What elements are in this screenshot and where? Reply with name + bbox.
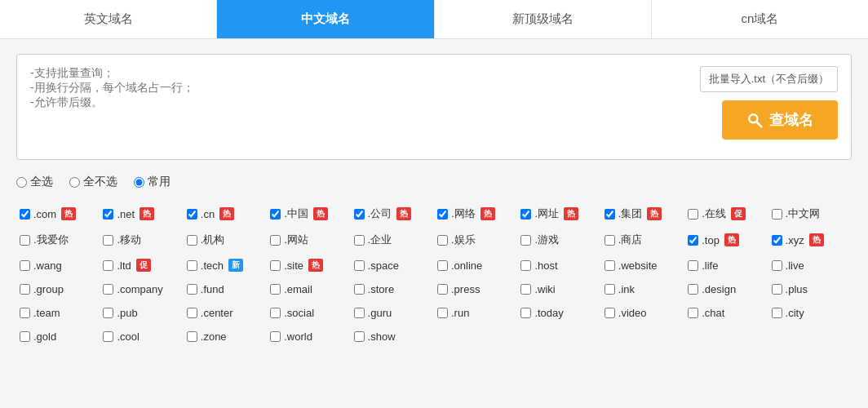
select-common-radio[interactable] (134, 177, 144, 188)
domain-checkbox[interactable] (604, 308, 615, 318)
domain-checkbox[interactable] (20, 209, 30, 220)
domain-checkbox[interactable] (688, 260, 698, 271)
domain-checkbox[interactable] (20, 235, 30, 246)
search-domain-button[interactable]: 查域名 (722, 100, 838, 140)
tab-english-domain[interactable]: 英文域名 (0, 0, 217, 38)
domain-checkbox[interactable] (354, 235, 365, 246)
tab-chinese-domain[interactable]: 中文域名 (217, 0, 434, 38)
domain-checkbox[interactable] (270, 235, 281, 246)
tab-new-tld[interactable]: 新顶级域名 (435, 0, 652, 38)
domain-checkbox[interactable] (772, 235, 782, 246)
domain-badge: 热 (140, 207, 154, 220)
domain-name-label: .video (618, 307, 647, 319)
domain-checkbox[interactable] (270, 331, 281, 342)
domain-checkbox[interactable] (103, 209, 113, 220)
domain-checkbox[interactable] (772, 260, 782, 271)
domain-checkbox[interactable] (187, 235, 197, 246)
domain-checkbox[interactable] (437, 209, 448, 220)
domain-checkbox[interactable] (520, 308, 531, 318)
domain-checkbox[interactable] (354, 331, 365, 342)
domain-checkbox[interactable] (688, 308, 698, 318)
domain-checkbox[interactable] (187, 209, 197, 220)
domain-checkbox[interactable] (604, 284, 615, 295)
domain-name-label: .移动 (117, 233, 141, 247)
domain-checkbox[interactable] (103, 235, 113, 246)
domain-name-label: .gold (33, 330, 56, 343)
domain-checkbox[interactable] (354, 284, 365, 295)
domain-name-label: .run (451, 307, 469, 319)
domain-item: .company (100, 277, 183, 301)
domain-checkbox[interactable] (437, 235, 448, 246)
select-none-text: 全不选 (83, 175, 117, 189)
domain-checkbox[interactable] (20, 284, 30, 295)
domain-checkbox[interactable] (103, 260, 113, 271)
domain-checkbox[interactable] (604, 235, 615, 246)
domain-name-label: .机构 (201, 233, 225, 247)
domain-badge: 热 (480, 207, 495, 220)
domain-name-label: .在线 (702, 206, 726, 221)
domain-checkbox[interactable] (520, 260, 531, 271)
domain-name-label: .guru (368, 307, 392, 319)
domain-item: .网址热 (517, 201, 600, 227)
domain-search-input[interactable] (30, 66, 687, 148)
domain-checkbox[interactable] (688, 235, 698, 246)
select-common-label[interactable]: 常用 (134, 175, 170, 189)
domain-checkbox[interactable] (270, 308, 281, 318)
select-none-radio[interactable] (69, 177, 80, 188)
domain-checkbox[interactable] (187, 331, 197, 342)
domain-name-label: .live (786, 259, 804, 272)
domain-checkbox[interactable] (520, 209, 531, 220)
tab-cn-domain[interactable]: cn域名 (652, 0, 868, 38)
domain-checkbox[interactable] (520, 235, 531, 246)
select-all-label[interactable]: 全选 (16, 175, 53, 189)
domain-checkbox[interactable] (437, 284, 448, 295)
domain-checkbox[interactable] (270, 209, 281, 220)
domain-checkbox[interactable] (354, 308, 365, 318)
domain-checkbox[interactable] (604, 209, 615, 220)
domain-checkbox[interactable] (103, 331, 113, 342)
domain-checkbox[interactable] (270, 260, 281, 271)
domain-badge: 热 (219, 207, 234, 220)
domain-name-label: .today (534, 307, 563, 319)
domain-name-label: .company (117, 283, 162, 295)
domain-checkbox[interactable] (772, 284, 782, 295)
import-txt-button[interactable]: 批量导入.txt（不含后缀） (700, 66, 838, 92)
domain-checkbox[interactable] (270, 284, 281, 295)
domain-name-label: .site (284, 259, 303, 272)
domain-checkbox[interactable] (20, 331, 30, 342)
domain-name-label: .design (702, 283, 736, 295)
domain-checkbox[interactable] (103, 284, 113, 295)
domain-checkbox[interactable] (354, 260, 365, 271)
domain-checkbox[interactable] (20, 308, 30, 318)
domain-checkbox[interactable] (187, 284, 197, 295)
domain-checkbox[interactable] (688, 284, 698, 295)
domain-checkbox[interactable] (187, 260, 197, 271)
domain-name-label: .group (33, 283, 64, 295)
domain-checkbox[interactable] (604, 260, 615, 271)
domain-item: .email (267, 277, 350, 301)
domain-checkbox[interactable] (20, 260, 30, 271)
domain-name-label: .space (368, 259, 399, 272)
domain-name-label: .网络 (451, 206, 476, 221)
domain-item: .我爱你 (16, 227, 100, 253)
domain-name-label: .商店 (618, 233, 643, 247)
domain-checkbox[interactable] (437, 308, 448, 318)
domain-name-label: .cool (117, 330, 139, 343)
select-common-text: 常用 (148, 175, 170, 189)
domain-checkbox[interactable] (772, 308, 782, 318)
domain-checkbox[interactable] (772, 209, 782, 220)
domain-checkbox[interactable] (520, 284, 531, 295)
select-all-radio[interactable] (16, 177, 27, 188)
domain-checkbox[interactable] (187, 308, 197, 318)
domain-item: .show (351, 325, 434, 348)
domain-item: .com热 (16, 201, 100, 227)
domain-item: .social (267, 301, 350, 325)
select-none-label[interactable]: 全不选 (69, 175, 117, 189)
domain-item: .net热 (100, 201, 183, 227)
domain-checkbox[interactable] (103, 308, 113, 318)
domain-name-label: .中文网 (786, 206, 821, 221)
domain-item: .live (768, 253, 852, 277)
domain-checkbox[interactable] (688, 209, 698, 220)
domain-checkbox[interactable] (437, 260, 448, 271)
domain-checkbox[interactable] (354, 209, 365, 220)
